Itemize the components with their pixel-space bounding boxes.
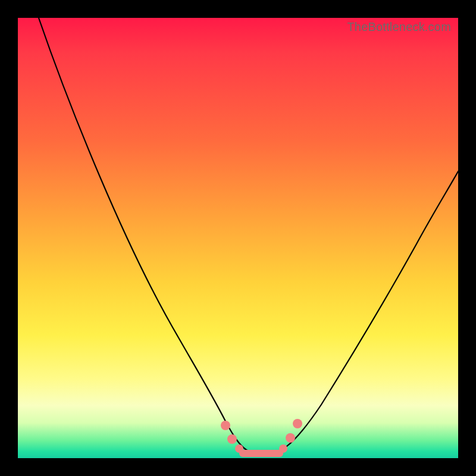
marker-dot	[227, 434, 237, 444]
trough-marker-bar	[239, 450, 283, 457]
curve-left	[39, 18, 261, 453]
marker-dot	[279, 444, 287, 453]
chart-frame: TheBottleneck.com	[0, 0, 476, 476]
marker-dot	[235, 444, 243, 453]
chart-overlay-svg	[18, 18, 458, 458]
marker-dot	[293, 419, 302, 428]
plot-area: TheBottleneck.com	[18, 18, 458, 458]
curve-right	[268, 171, 458, 453]
marker-dot	[286, 433, 295, 443]
marker-dot	[221, 421, 230, 430]
